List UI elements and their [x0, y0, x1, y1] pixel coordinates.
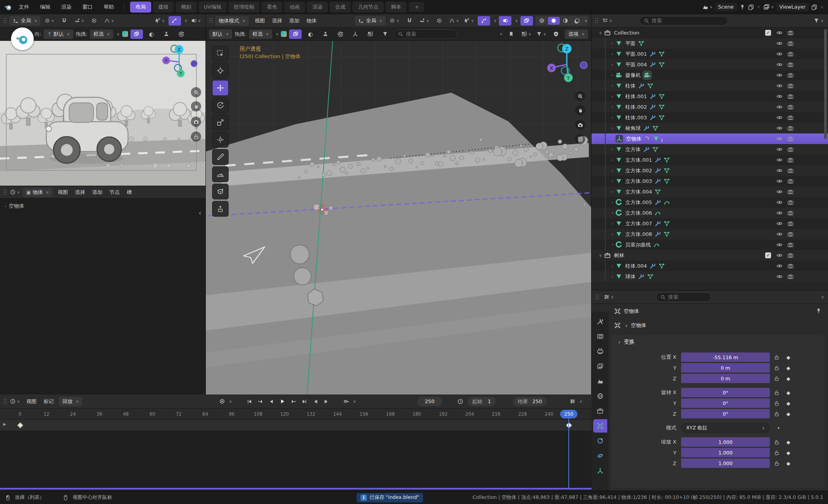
- drag-handle[interactable]: [3, 398, 7, 405]
- object-name[interactable]: 立方体.007: [625, 220, 652, 227]
- expand-icon[interactable]: ›: [612, 274, 613, 279]
- tool-button[interactable]: [212, 166, 229, 182]
- shading-solid-icon[interactable]: [548, 17, 560, 25]
- snap-magnet-icon[interactable]: [403, 16, 416, 26]
- collapse-arrow[interactable]: ‹: [199, 210, 201, 217]
- expand-icon[interactable]: ›: [612, 41, 613, 46]
- object-name[interactable]: 立方体.003: [625, 178, 652, 185]
- workspace-tab[interactable]: 纹理绘制: [228, 2, 260, 13]
- keyframe-diamond-icon[interactable]: ◆: [785, 376, 791, 382]
- expand-icon[interactable]: ›: [612, 105, 613, 109]
- expand-icon[interactable]: ›: [612, 232, 613, 236]
- value-field[interactable]: 0 m: [681, 374, 770, 383]
- object-name[interactable]: 平面.001: [625, 51, 647, 58]
- workspace-tab[interactable]: 建模: [153, 2, 174, 13]
- pivot-dropdown[interactable]: ∨: [388, 16, 401, 26]
- zoom-button[interactable]: [191, 87, 201, 97]
- properties-tab[interactable]: [593, 315, 607, 328]
- shading-material-icon[interactable]: [560, 17, 572, 25]
- orbit-icon[interactable]: [175, 29, 188, 39]
- viewlayer-name-field[interactable]: ViewLayer: [776, 3, 809, 11]
- playback-popover[interactable]: 回放∨: [59, 397, 82, 406]
- orbit-icon[interactable]: [334, 29, 346, 39]
- mode-dropdown[interactable]: 物体模式∨: [215, 16, 249, 26]
- object-name[interactable]: 立方体.002: [625, 167, 652, 174]
- hide-eye-toggle[interactable]: [776, 210, 783, 216]
- material-preview-icon[interactable]: [122, 31, 128, 37]
- orientation-dropdown[interactable]: 全局∨: [9, 16, 40, 26]
- workspace-tab[interactable]: 脚本: [385, 2, 407, 13]
- render-visibility-toggle[interactable]: [787, 252, 794, 259]
- pin-id-icon[interactable]: [815, 308, 822, 314]
- funnel-icon[interactable]: [379, 29, 391, 39]
- expand-icon[interactable]: ›: [612, 221, 613, 226]
- outliner-row[interactable]: ∨ 树林 ✓: [592, 250, 828, 261]
- viewport-menu-item[interactable]: 物体: [303, 16, 320, 26]
- render-visibility-toggle[interactable]: [787, 104, 794, 110]
- playhead-line[interactable]: [568, 418, 569, 488]
- lock-icon[interactable]: [774, 376, 780, 382]
- render-visibility-toggle[interactable]: [787, 61, 794, 68]
- playhead-frame-badge[interactable]: 250: [560, 410, 577, 418]
- main-3d-viewport[interactable]: 用户透视 (250) Collection | 空物体 Z X Y ‹: [206, 41, 592, 394]
- contrast-icon[interactable]: ◐: [304, 29, 317, 39]
- value-field[interactable]: 1.000: [681, 448, 770, 457]
- material-preview-icon[interactable]: [281, 31, 287, 37]
- show-gizmo-toggle[interactable]: [169, 16, 181, 26]
- node-editor-menu-item[interactable]: 节点: [106, 188, 123, 197]
- object-name[interactable]: 立方体.005: [625, 199, 652, 206]
- play-reverse-button[interactable]: [266, 397, 277, 406]
- use-preview-range-icon[interactable]: [457, 398, 463, 405]
- keyframe-diamond-icon[interactable]: ◆: [785, 400, 791, 406]
- outliner-row[interactable]: › 摄像机 ✓: [592, 70, 828, 80]
- tool-button[interactable]: [212, 80, 229, 96]
- keyframe-diamond-icon[interactable]: ◆: [785, 439, 791, 445]
- gizmo-visibility-dropdown[interactable]: ∨: [463, 16, 475, 26]
- tool-preset-dropdown[interactable]: 默认∨: [209, 29, 232, 39]
- render-visibility-toggle[interactable]: [787, 199, 794, 206]
- object-name[interactable]: 柱体.001: [625, 93, 647, 100]
- hide-eye-toggle[interactable]: [776, 51, 783, 57]
- value-field[interactable]: -55.116 m: [681, 352, 770, 362]
- render-visibility-toggle[interactable]: [787, 220, 794, 227]
- navigation-gizmo[interactable]: Z X Y: [544, 42, 588, 86]
- proportional-falloff-dropdown[interactable]: ∨: [103, 16, 115, 26]
- drag-mode-dropdown[interactable]: 框选∨: [249, 29, 272, 39]
- drag-handle[interactable]: [3, 189, 7, 195]
- hide-eye-toggle[interactable]: [776, 231, 783, 237]
- keyframe-diamond-icon[interactable]: ◆: [785, 365, 791, 371]
- outliner-row[interactable]: › 立方体.004 ✓: [592, 186, 828, 197]
- workspace-tab[interactable]: 合成: [330, 2, 351, 13]
- add-workspace-button[interactable]: +: [409, 2, 424, 12]
- object-name[interactable]: 立方体.001: [625, 157, 652, 164]
- lock-icon[interactable]: [774, 354, 780, 360]
- object-name[interactable]: 立方体.006: [625, 210, 652, 217]
- properties-search-input[interactable]: 搜索: [656, 292, 711, 302]
- hide-eye-toggle[interactable]: [776, 146, 783, 153]
- topbar-menu-item[interactable]: 编辑: [35, 2, 56, 12]
- hide-eye-toggle[interactable]: [776, 125, 783, 131]
- object-name[interactable]: 空物体: [626, 135, 641, 142]
- outliner-row[interactable]: › 立方体.008 ✓: [592, 229, 828, 239]
- outliner-row[interactable]: › 贝塞尔曲线 ✓: [592, 239, 828, 250]
- filter-funnel-icon[interactable]: ∨: [535, 29, 548, 39]
- node-editor-menu-item[interactable]: 选择: [71, 188, 89, 197]
- outliner-row[interactable]: › 平面 ✓: [592, 38, 828, 49]
- hide-eye-toggle[interactable]: [776, 241, 783, 248]
- workspace-tab[interactable]: 着色: [261, 2, 282, 13]
- render-visibility-toggle[interactable]: [787, 114, 794, 121]
- timeline-summary-track[interactable]: ▶: [0, 420, 592, 431]
- expand-icon[interactable]: ›: [612, 52, 613, 56]
- render-visibility-toggle[interactable]: [787, 82, 794, 89]
- outliner-row[interactable]: › 柱体.001 ✓: [592, 91, 828, 102]
- topbar-menu-item[interactable]: 文件: [13, 2, 35, 12]
- fake-user-icon[interactable]: [319, 29, 332, 39]
- properties-tab[interactable]: [593, 330, 607, 343]
- timeline-ruler[interactable]: 0122436486072849610812013214415616818019…: [0, 409, 592, 420]
- tool-search-input[interactable]: 搜索: [394, 29, 457, 39]
- expand-icon[interactable]: ›: [612, 73, 613, 77]
- bookmark-icon[interactable]: [505, 29, 518, 39]
- pan-hand-button[interactable]: [191, 101, 201, 111]
- next-frame-button[interactable]: [321, 397, 332, 406]
- snap-magnet-icon[interactable]: [58, 16, 70, 26]
